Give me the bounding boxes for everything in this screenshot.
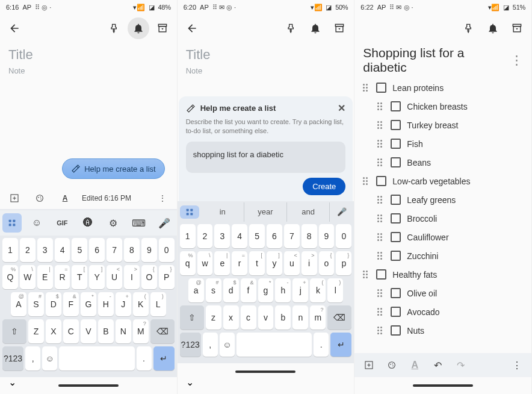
key-8[interactable]: 8 (124, 238, 140, 262)
undo-button[interactable]: ↶ (427, 354, 448, 376)
more-button[interactable]: ⋮ (152, 187, 173, 209)
drag-handle-icon[interactable] (375, 214, 385, 224)
key-p[interactable]: p} (336, 251, 351, 275)
drag-handle-icon[interactable] (360, 177, 370, 186)
key-v[interactable]: V (81, 319, 96, 343)
key-8[interactable]: 8 (302, 224, 317, 248)
key-emoji[interactable]: ☺ (220, 333, 235, 357)
back-button[interactable] (181, 17, 203, 39)
archive-button[interactable] (152, 17, 173, 39)
drag-handle-icon[interactable] (375, 139, 385, 149)
kb-settings-icon[interactable]: ⚙ (101, 213, 126, 233)
key-enter[interactable]: ↵ (330, 333, 351, 357)
note-editor[interactable]: Title Note Help me create a list (0, 42, 177, 187)
note-input[interactable]: Note (186, 66, 346, 75)
key-4[interactable]: 4 (55, 238, 70, 262)
create-button[interactable]: Create (303, 178, 345, 195)
key-a[interactable]: a@ (188, 278, 204, 302)
kb-sticker-icon[interactable]: ☺ (24, 213, 49, 233)
key-a[interactable]: A@ (11, 292, 26, 316)
key-v[interactable]: v (258, 305, 274, 330)
list-item[interactable]: Chicken breasts (358, 97, 528, 116)
list-item[interactable]: Fish (358, 134, 528, 153)
list-item[interactable]: Turkey breast (358, 116, 528, 134)
key-comma[interactable]: , (203, 333, 218, 357)
keyboard[interactable]: in year and 🎤 1234567890 q%w\e|r=t[y]u<i… (178, 201, 354, 363)
checkbox[interactable] (391, 325, 401, 336)
key-4[interactable]: 4 (232, 224, 247, 248)
key-mode[interactable]: ?123 (180, 333, 201, 357)
kb-translate-icon[interactable]: 🅐 (75, 213, 101, 233)
key-m[interactable]: m? (310, 305, 326, 330)
key-5[interactable]: 5 (72, 238, 87, 262)
key-b[interactable]: b (275, 305, 291, 330)
reminder-button[interactable] (128, 17, 149, 39)
key-l[interactable]: L) (150, 292, 166, 316)
key-i[interactable]: i> (302, 251, 317, 275)
kb-mic-icon[interactable]: 🎤 (330, 202, 354, 222)
key-shift[interactable]: ⇧ (2, 319, 26, 343)
key-p[interactable]: P} (159, 265, 175, 289)
list-item[interactable]: Zucchini (358, 246, 528, 265)
key-2[interactable]: 2 (20, 238, 36, 262)
key-h[interactable]: H- (98, 292, 114, 316)
key-enter[interactable]: ↵ (153, 346, 175, 371)
drag-handle-icon[interactable] (375, 120, 385, 130)
help-create-list-chip[interactable]: Help me create a list (62, 158, 165, 179)
key-0[interactable]: 0 (159, 238, 175, 262)
list-item[interactable]: Beans (358, 153, 528, 172)
key-space[interactable] (59, 346, 134, 371)
drag-handle-icon[interactable] (375, 289, 385, 298)
back-button[interactable] (4, 17, 25, 39)
checkbox[interactable] (391, 157, 401, 167)
key-q[interactable]: Q% (2, 265, 18, 289)
key-k[interactable]: K( (133, 292, 149, 316)
key-w[interactable]: w\ (197, 251, 213, 275)
title-input[interactable]: Title (186, 47, 346, 63)
pin-button[interactable] (104, 17, 125, 39)
list-item[interactable]: Nuts (358, 321, 528, 340)
key-shift[interactable]: ⇧ (180, 305, 204, 330)
key-s[interactable]: s# (206, 278, 221, 302)
kb-apps-icon[interactable] (180, 205, 199, 219)
list-item[interactable]: Healthy fats (358, 265, 528, 284)
checkbox[interactable] (391, 120, 401, 130)
key-f[interactable]: F& (63, 292, 79, 316)
key-7[interactable]: 7 (284, 224, 300, 248)
key-l[interactable]: l) (327, 278, 343, 302)
key-1[interactable]: 1 (2, 238, 18, 262)
checkbox[interactable] (391, 195, 401, 205)
key-3[interactable]: 3 (37, 238, 53, 262)
checkbox[interactable] (391, 213, 401, 224)
drag-handle-icon[interactable] (360, 83, 370, 93)
key-g[interactable]: G* (81, 292, 96, 316)
text-format-button[interactable]: A (404, 354, 425, 376)
palette-button[interactable] (29, 187, 51, 209)
list-item[interactable]: Low-carb vegetables (358, 172, 528, 190)
key-space[interactable] (237, 333, 312, 357)
key-y[interactable]: y] (267, 251, 282, 275)
kb-suggestion[interactable]: in (202, 202, 244, 222)
checkbox[interactable] (391, 251, 401, 261)
key-3[interactable]: 3 (214, 224, 230, 248)
key-j[interactable]: j+ (292, 278, 308, 302)
kb-keyboard-icon[interactable]: ⌨ (126, 213, 151, 233)
key-e[interactable]: E| (37, 265, 53, 289)
key-1[interactable]: 1 (180, 224, 196, 248)
list-item[interactable]: Leafy greens (358, 190, 528, 209)
key-q[interactable]: q% (180, 251, 196, 275)
key-emoji[interactable]: ☺ (42, 346, 57, 371)
archive-button[interactable] (506, 17, 528, 39)
drag-handle-icon[interactable] (375, 251, 385, 261)
key-t[interactable]: t[ (249, 251, 265, 275)
key-7[interactable]: 7 (107, 238, 122, 262)
key-h[interactable]: h- (275, 278, 291, 302)
close-icon[interactable]: ✕ (338, 102, 345, 114)
drag-handle-icon[interactable] (360, 270, 370, 280)
checkbox[interactable] (376, 176, 386, 186)
key-f[interactable]: f& (241, 278, 256, 302)
key-o[interactable]: o{ (319, 251, 335, 275)
kb-suggestion[interactable]: year (244, 202, 287, 222)
list-item[interactable]: Avocado (358, 302, 528, 321)
note-title[interactable]: Shopping list for a diabetic (363, 46, 503, 75)
